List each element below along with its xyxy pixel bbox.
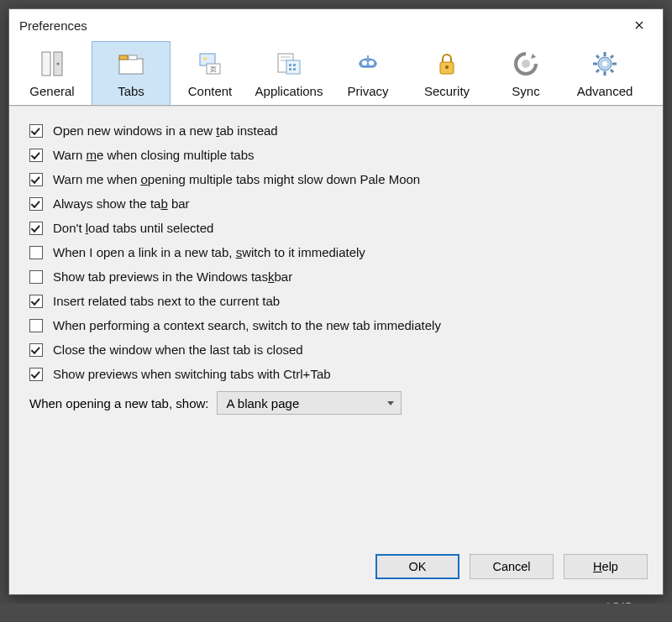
svg-line-31: [611, 70, 613, 72]
svg-point-25: [602, 61, 607, 66]
svg-line-30: [596, 55, 599, 58]
applications-icon: [272, 47, 306, 81]
checkbox-switch-on-open[interactable]: [29, 246, 43, 259]
tab-security[interactable]: Security: [407, 41, 486, 105]
svg-line-32: [596, 70, 599, 72]
chevron-down-icon: [387, 401, 394, 405]
svg-rect-5: [129, 55, 137, 60]
svg-rect-15: [293, 64, 296, 66]
category-toolbar: General Tabs 页 Content Applications Priv…: [9, 38, 663, 106]
svg-point-19: [369, 60, 374, 65]
option-label: When I open a link in a new tab, switch …: [53, 245, 365, 259]
checkbox-taskbar-previews[interactable]: [29, 270, 43, 284]
option-switch-on-open: When I open a link in a new tab, switch …: [29, 245, 643, 259]
tab-advanced[interactable]: Advanced: [565, 41, 644, 105]
option-label: Warn me when opening multiple tabs might…: [53, 172, 420, 186]
tab-applications[interactable]: Applications: [249, 41, 328, 105]
option-ctrl-tab-previews: Show previews when switching tabs with C…: [29, 367, 643, 381]
cancel-button[interactable]: Cancel: [470, 554, 554, 579]
option-insert-related: Insert related tabs next to the current …: [29, 294, 643, 308]
new-tab-show-row: When opening a new tab, show: A blank pa…: [29, 391, 643, 415]
privacy-icon: [351, 47, 385, 81]
tab-advanced-label: Advanced: [568, 84, 642, 98]
checkbox-new-windows-in-tab[interactable]: [29, 124, 43, 138]
option-label: Open new windows in a new tab instead: [53, 123, 278, 138]
option-label: Always show the tab bar: [53, 196, 190, 211]
new-tab-show-value: A blank page: [226, 396, 299, 410]
tab-sync-label: Sync: [489, 84, 563, 98]
tab-privacy-label: Privacy: [331, 84, 405, 98]
option-context-search-switch: When performing a context search, switch…: [29, 318, 643, 332]
svg-rect-0: [42, 52, 50, 76]
svg-point-2: [57, 63, 60, 65]
tab-tabs-label: Tabs: [94, 84, 168, 98]
svg-text:页: 页: [210, 65, 217, 73]
close-button[interactable]: [624, 14, 654, 36]
option-label: Insert related tabs next to the current …: [53, 294, 280, 308]
tab-privacy[interactable]: Privacy: [328, 41, 407, 105]
general-icon: [35, 47, 69, 81]
option-label: When performing a context search, switch…: [53, 318, 441, 332]
option-label: Show previews when switching tabs with C…: [53, 367, 331, 381]
help-button[interactable]: Help: [564, 554, 648, 579]
checkbox-always-show-tabbar[interactable]: [29, 197, 43, 211]
checkbox-context-search-switch[interactable]: [29, 319, 43, 332]
svg-point-23: [522, 60, 530, 68]
svg-point-18: [362, 60, 367, 65]
checkbox-close-window-last-tab[interactable]: [29, 343, 43, 357]
sync-icon: [509, 47, 543, 81]
svg-point-7: [203, 57, 207, 60]
close-icon: [635, 21, 643, 29]
option-label: Close the window when the last tab is cl…: [53, 342, 303, 357]
checkbox-insert-related[interactable]: [29, 295, 43, 308]
advanced-icon: [588, 47, 622, 81]
svg-rect-4: [119, 55, 128, 60]
new-tab-show-select[interactable]: A blank page: [217, 391, 402, 415]
svg-rect-3: [119, 59, 143, 74]
new-tab-show-label: When opening a new tab, show:: [29, 396, 208, 410]
svg-point-22: [445, 65, 449, 69]
checkbox-warn-close-multiple[interactable]: [29, 149, 43, 162]
tab-content-label: Content: [173, 84, 247, 98]
option-warn-open-multiple: Warn me when opening multiple tabs might…: [29, 172, 643, 186]
dialog-button-bar: OK Cancel Help: [9, 542, 663, 594]
tab-general-label: General: [15, 84, 89, 98]
window-title: Preferences: [19, 18, 87, 33]
checkbox-ctrl-tab-previews[interactable]: [29, 368, 43, 381]
svg-rect-20: [367, 55, 369, 60]
svg-rect-14: [289, 64, 291, 66]
option-warn-close-multiple: Warn me when closing multiple tabs: [29, 148, 643, 162]
option-dont-load-until-selected: Don't load tabs until selected: [29, 221, 643, 235]
tabs-icon: [114, 47, 148, 81]
tab-security-label: Security: [410, 84, 484, 98]
svg-rect-17: [293, 68, 296, 71]
checkbox-warn-open-multiple[interactable]: [29, 173, 43, 186]
tab-tabs[interactable]: Tabs: [92, 41, 171, 105]
tab-sync[interactable]: Sync: [486, 41, 565, 105]
preferences-window: Preferences General Tabs 页 Content: [8, 8, 664, 595]
option-close-window-last-tab: Close the window when the last tab is cl…: [29, 342, 643, 357]
tab-content[interactable]: 页 Content: [171, 41, 249, 105]
tab-general[interactable]: General: [13, 41, 92, 105]
tabs-panel: Open new windows in a new tab instead Wa…: [9, 106, 663, 542]
titlebar: Preferences: [9, 9, 663, 38]
option-label: Don't load tabs until selected: [53, 221, 213, 235]
checkbox-dont-load-until-selected[interactable]: [29, 222, 43, 235]
svg-rect-16: [289, 68, 291, 71]
content-icon: 页: [193, 47, 227, 81]
svg-rect-13: [286, 60, 300, 74]
option-new-windows-in-tab: Open new windows in a new tab instead: [29, 123, 643, 138]
ok-button[interactable]: OK: [375, 554, 459, 579]
security-icon: [430, 47, 464, 81]
watermark: LO4D.com: [606, 601, 654, 604]
option-always-show-tabbar: Always show the tab bar: [29, 196, 643, 211]
svg-line-33: [611, 55, 613, 58]
option-taskbar-previews: Show tab previews in the Windows taskbar: [29, 269, 643, 284]
option-label: Warn me when closing multiple tabs: [53, 148, 255, 162]
option-label: Show tab previews in the Windows taskbar: [53, 269, 292, 284]
tab-applications-label: Applications: [252, 84, 326, 98]
